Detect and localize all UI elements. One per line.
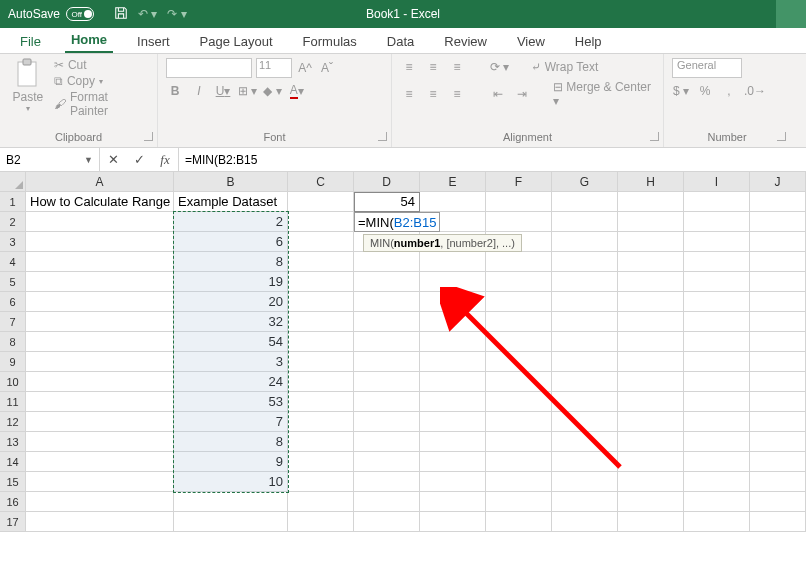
active-edit-cell[interactable]: =MIN(B2:B15: [354, 212, 440, 232]
cell[interactable]: [684, 332, 750, 352]
tab-data[interactable]: Data: [381, 30, 420, 53]
cell[interactable]: [486, 252, 552, 272]
cell[interactable]: [354, 272, 420, 292]
cell[interactable]: [354, 472, 420, 492]
align-left-icon[interactable]: ≡: [400, 85, 418, 103]
font-size-select[interactable]: 11: [256, 58, 292, 78]
cell[interactable]: [750, 452, 806, 472]
cell[interactable]: [26, 232, 174, 252]
align-top-icon[interactable]: ≡: [400, 58, 418, 76]
row-header[interactable]: 16: [0, 492, 26, 512]
align-right-icon[interactable]: ≡: [448, 85, 466, 103]
row-header[interactable]: 8: [0, 332, 26, 352]
row-header[interactable]: 2: [0, 212, 26, 232]
cell[interactable]: [420, 432, 486, 452]
cell[interactable]: [552, 472, 618, 492]
cell[interactable]: [486, 412, 552, 432]
cell[interactable]: [750, 472, 806, 492]
cell[interactable]: [288, 392, 354, 412]
cell[interactable]: [486, 392, 552, 412]
row-header[interactable]: 17: [0, 512, 26, 532]
cell[interactable]: [750, 292, 806, 312]
cell[interactable]: [684, 432, 750, 452]
cell[interactable]: [618, 232, 684, 252]
cell[interactable]: [486, 272, 552, 292]
cell[interactable]: [486, 332, 552, 352]
cell[interactable]: Example Dataset: [174, 192, 288, 212]
cell[interactable]: [486, 352, 552, 372]
increase-decimal-icon[interactable]: .0→: [744, 82, 766, 100]
cell[interactable]: [420, 352, 486, 372]
align-bottom-icon[interactable]: ≡: [448, 58, 466, 76]
cell[interactable]: [288, 432, 354, 452]
cell[interactable]: [26, 472, 174, 492]
cell[interactable]: [354, 492, 420, 512]
cell[interactable]: [750, 252, 806, 272]
cell[interactable]: [684, 292, 750, 312]
cell[interactable]: [684, 352, 750, 372]
row-header[interactable]: 1: [0, 192, 26, 212]
col-header[interactable]: E: [420, 172, 486, 192]
underline-button[interactable]: U ▾: [214, 82, 232, 100]
decrease-font-icon[interactable]: Aˇ: [318, 59, 336, 77]
tab-insert[interactable]: Insert: [131, 30, 176, 53]
cancel-formula-button[interactable]: ✕: [100, 152, 126, 167]
cell[interactable]: [618, 492, 684, 512]
cell[interactable]: [26, 312, 174, 332]
cell[interactable]: [750, 212, 806, 232]
cell[interactable]: [618, 192, 684, 212]
cell[interactable]: [552, 292, 618, 312]
format-painter-button[interactable]: 🖌Format Painter: [54, 90, 149, 118]
row-header[interactable]: 13: [0, 432, 26, 452]
fill-color-button[interactable]: ◆ ▾: [263, 82, 281, 100]
cell[interactable]: [354, 432, 420, 452]
cell[interactable]: [618, 372, 684, 392]
formula-input[interactable]: =MIN(B2:B15: [179, 148, 806, 171]
align-middle-icon[interactable]: ≡: [424, 58, 442, 76]
cell[interactable]: [618, 512, 684, 532]
tab-view[interactable]: View: [511, 30, 551, 53]
row-header[interactable]: 10: [0, 372, 26, 392]
cell[interactable]: [618, 272, 684, 292]
cell[interactable]: [486, 212, 552, 232]
cell[interactable]: [354, 512, 420, 532]
cell[interactable]: [486, 292, 552, 312]
cell[interactable]: [26, 392, 174, 412]
cell[interactable]: 9: [174, 452, 288, 472]
number-format-select[interactable]: General: [672, 58, 742, 78]
cell[interactable]: [354, 332, 420, 352]
col-header[interactable]: D: [354, 172, 420, 192]
tab-page-layout[interactable]: Page Layout: [194, 30, 279, 53]
font-family-select[interactable]: [166, 58, 252, 78]
cell[interactable]: [486, 492, 552, 512]
italic-button[interactable]: I: [190, 82, 208, 100]
cell[interactable]: [288, 512, 354, 532]
cell[interactable]: 20: [174, 292, 288, 312]
cell[interactable]: 54: [354, 192, 420, 212]
cell[interactable]: 24: [174, 372, 288, 392]
col-header[interactable]: G: [552, 172, 618, 192]
cell[interactable]: [750, 352, 806, 372]
cell[interactable]: [684, 472, 750, 492]
copy-button[interactable]: ⧉Copy ▾: [54, 74, 149, 88]
cell[interactable]: [684, 392, 750, 412]
decrease-indent-icon[interactable]: ⇤: [489, 85, 507, 103]
currency-icon[interactable]: $ ▾: [672, 82, 690, 100]
redo-icon[interactable]: ↷ ▾: [167, 7, 186, 21]
cell[interactable]: [618, 412, 684, 432]
cell[interactable]: [420, 492, 486, 512]
cell[interactable]: [354, 252, 420, 272]
cell[interactable]: [486, 512, 552, 532]
enter-formula-button[interactable]: ✓: [126, 152, 152, 167]
row-header[interactable]: 14: [0, 452, 26, 472]
cell[interactable]: [288, 272, 354, 292]
row-header[interactable]: 11: [0, 392, 26, 412]
cell[interactable]: [684, 232, 750, 252]
cell[interactable]: [486, 312, 552, 332]
row-header[interactable]: 5: [0, 272, 26, 292]
cell[interactable]: [420, 252, 486, 272]
cell[interactable]: [420, 512, 486, 532]
orientation-icon[interactable]: ⟳ ▾: [490, 58, 509, 76]
cell[interactable]: [618, 312, 684, 332]
cell[interactable]: [486, 472, 552, 492]
